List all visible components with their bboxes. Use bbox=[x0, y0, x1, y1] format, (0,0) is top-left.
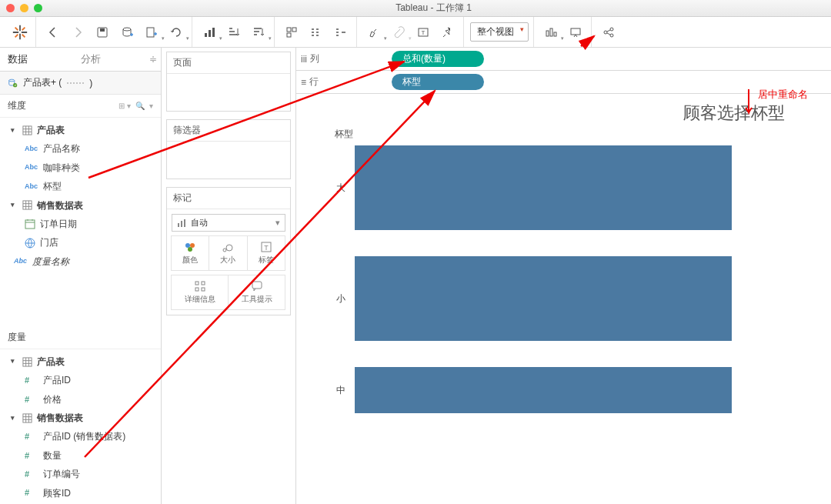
undo-button[interactable]: ▾ bbox=[165, 22, 187, 43]
svg-rect-22 bbox=[23, 201, 32, 209]
mark-size[interactable]: 大小 bbox=[209, 235, 247, 271]
dim-cup-type[interactable]: Abc杯型 bbox=[0, 177, 161, 195]
svg-point-31 bbox=[190, 243, 195, 248]
marks-card[interactable]: 标记 自动 颜色 大小 T标签 详细信息 工具提示 bbox=[166, 187, 291, 315]
svg-point-18 bbox=[610, 34, 613, 37]
attach-button[interactable]: ▾ bbox=[388, 22, 409, 43]
svg-point-16 bbox=[604, 31, 607, 34]
svg-text:T: T bbox=[264, 244, 269, 252]
back-button[interactable] bbox=[42, 22, 64, 43]
dim-sales-table[interactable]: ▾销售数据表 bbox=[0, 196, 161, 215]
mea-product-table[interactable]: ▾产品表 bbox=[0, 352, 161, 371]
bar-label-small: 小 bbox=[312, 292, 345, 305]
mark-label[interactable]: T标签 bbox=[247, 235, 285, 271]
dim-store[interactable]: 门店 bbox=[0, 233, 161, 252]
svg-rect-8 bbox=[287, 33, 291, 37]
svg-point-32 bbox=[188, 247, 192, 252]
dim-menu-icon[interactable]: ▾ bbox=[149, 102, 153, 110]
dim-order-date[interactable]: 订单日期 bbox=[0, 215, 161, 233]
show-me-button[interactable]: ▾ bbox=[540, 22, 562, 43]
svg-point-2 bbox=[123, 28, 131, 31]
text-icon: T bbox=[260, 241, 272, 253]
totals-button[interactable] bbox=[330, 22, 352, 43]
mark-color[interactable]: 颜色 bbox=[171, 235, 209, 271]
new-datasource-button[interactable] bbox=[116, 22, 138, 43]
dim-product-name[interactable]: Abc产品名称 bbox=[0, 139, 161, 158]
measures-header: 度量 bbox=[0, 326, 161, 349]
group-button[interactable] bbox=[281, 22, 302, 43]
mea-product-id[interactable]: #产品ID bbox=[0, 371, 161, 389]
mark-type-selector[interactable]: 自动 bbox=[172, 214, 285, 232]
svg-point-30 bbox=[185, 243, 190, 248]
share-button[interactable] bbox=[598, 22, 619, 43]
svg-rect-14 bbox=[554, 32, 556, 36]
tab-data[interactable]: 数据 bbox=[0, 48, 73, 71]
svg-rect-29 bbox=[184, 219, 185, 227]
fit-selector[interactable]: 整个视图 bbox=[470, 22, 529, 42]
svg-rect-41 bbox=[252, 282, 262, 289]
dim-search-icon[interactable]: 🔍 bbox=[135, 102, 145, 110]
forward-button[interactable] bbox=[67, 22, 88, 43]
mea-price[interactable]: #价格 bbox=[0, 390, 161, 409]
label-button[interactable]: T bbox=[412, 22, 434, 43]
rows-pill-cup-type[interactable]: 杯型 bbox=[392, 74, 484, 90]
svg-rect-7 bbox=[287, 28, 291, 32]
svg-rect-5 bbox=[209, 30, 211, 37]
mea-order-no[interactable]: #订单编号 bbox=[0, 465, 161, 483]
tab-menu-icon[interactable]: ≑ bbox=[145, 48, 161, 71]
highlight-button[interactable]: ▾ bbox=[363, 22, 385, 43]
presentation-button[interactable] bbox=[565, 22, 586, 43]
sort-desc-button[interactable]: ▾ bbox=[248, 22, 269, 43]
svg-point-34 bbox=[226, 245, 232, 251]
filters-card[interactable]: 筛选器 bbox=[166, 119, 291, 179]
pages-card[interactable]: 页面 bbox=[166, 52, 291, 112]
window-controls bbox=[6, 4, 42, 12]
svg-point-19 bbox=[9, 79, 15, 82]
mark-tooltip[interactable]: 工具提示 bbox=[228, 275, 285, 310]
mea-sales-table[interactable]: ▾销售数据表 bbox=[0, 409, 161, 427]
svg-rect-27 bbox=[178, 223, 179, 227]
dim-measure-names[interactable]: Abc度量名称 bbox=[0, 252, 161, 271]
pin-button[interactable] bbox=[437, 22, 459, 43]
save-button[interactable] bbox=[92, 22, 113, 43]
columns-icon: iii bbox=[301, 54, 307, 65]
bar-small[interactable] bbox=[355, 256, 732, 341]
mea-customer-id[interactable]: #顾客ID bbox=[0, 484, 161, 502]
mea-product-id-sales[interactable]: #产品ID (销售数据表) bbox=[0, 427, 161, 446]
sort-asc-button[interactable] bbox=[223, 22, 245, 43]
rows-icon: ≡ bbox=[301, 77, 306, 88]
tab-analysis[interactable]: 分析 bbox=[73, 48, 146, 71]
dim-product-table[interactable]: ▾产品表 bbox=[0, 121, 161, 139]
chart-title[interactable]: 顾客选择杯型 bbox=[304, 102, 816, 125]
dim-view-icon[interactable]: ⊞ ▾ bbox=[118, 102, 131, 110]
dim-coffee-type[interactable]: Abc咖啡种类 bbox=[0, 159, 161, 177]
close-icon[interactable] bbox=[6, 4, 15, 12]
tableau-logo-icon[interactable] bbox=[9, 22, 31, 43]
minimize-icon[interactable] bbox=[20, 4, 28, 12]
globe-icon bbox=[25, 238, 35, 249]
mea-quantity[interactable]: #数量 bbox=[0, 446, 161, 465]
svg-rect-9 bbox=[292, 28, 296, 32]
svg-text:T: T bbox=[422, 29, 426, 36]
svg-rect-40 bbox=[202, 288, 205, 291]
mark-detail[interactable]: 详细信息 bbox=[171, 275, 229, 310]
new-worksheet-button[interactable]: ▾ bbox=[141, 22, 162, 43]
columns-pill-sum-quantity[interactable]: 总和(数量) bbox=[392, 51, 484, 67]
swap-button[interactable]: ▾ bbox=[199, 22, 220, 43]
datasource-icon bbox=[8, 78, 18, 88]
svg-rect-1 bbox=[100, 28, 105, 32]
bar-medium[interactable] bbox=[355, 367, 732, 413]
hierarchy-button[interactable] bbox=[305, 22, 327, 43]
svg-rect-15 bbox=[571, 28, 580, 35]
svg-rect-4 bbox=[205, 33, 207, 37]
calendar-icon bbox=[25, 219, 35, 229]
y-axis-title: 杯型 bbox=[335, 128, 816, 141]
svg-rect-6 bbox=[212, 28, 215, 37]
svg-rect-38 bbox=[202, 282, 205, 285]
svg-point-33 bbox=[223, 249, 226, 252]
maximize-icon[interactable] bbox=[34, 4, 42, 12]
bar-large[interactable] bbox=[355, 145, 732, 230]
columns-shelf[interactable]: iii列 总和(数量) bbox=[296, 48, 831, 71]
datasource-row[interactable]: 产品表+ ( ⋯⋯) bbox=[0, 72, 161, 95]
svg-rect-28 bbox=[181, 221, 182, 227]
